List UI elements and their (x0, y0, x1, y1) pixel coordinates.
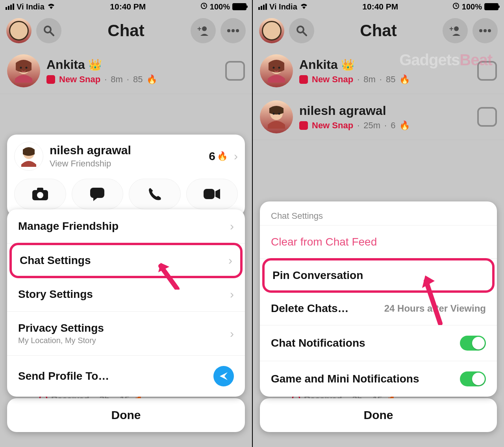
chevron-right-icon: › (234, 150, 238, 163)
camera-button[interactable] (14, 179, 66, 209)
svg-rect-15 (90, 188, 104, 198)
menu-story-settings[interactable]: Story Settings › (7, 277, 245, 312)
svg-rect-16 (204, 189, 215, 199)
streak-count: 6 (391, 120, 395, 131)
add-friend-button[interactable]: + (443, 18, 468, 43)
chat-time: 25m (363, 120, 380, 131)
signal-icon (258, 4, 267, 10)
chat-name: nilesh agrawal (299, 103, 386, 118)
search-button[interactable] (36, 18, 61, 43)
signal-icon (6, 4, 14, 10)
chat-settings-card: Chat Settings Clear from Chat Feed Pin C… (260, 201, 497, 397)
streak-count: 85 (133, 74, 143, 85)
svg-rect-13 (37, 188, 43, 191)
chat-icon[interactable] (477, 61, 497, 81)
video-button[interactable] (186, 179, 238, 209)
wifi-icon (47, 2, 56, 11)
new-snap-label: New Snap (59, 74, 100, 85)
svg-point-24 (488, 29, 491, 32)
send-icon (213, 366, 234, 386)
battery-icon (484, 3, 498, 10)
wifi-icon (300, 2, 308, 11)
crown-icon: 👑 (88, 58, 102, 71)
chat-name: Ankita (299, 57, 338, 72)
carrier-label: Vi India (269, 2, 297, 11)
menu-privacy-settings[interactable]: Privacy Settings My Location, My Story › (7, 312, 245, 356)
chevron-right-icon: › (230, 288, 234, 301)
menu-pin-conversation[interactable]: Pin Conversation (262, 258, 495, 293)
menu-delete-chats[interactable]: Delete Chats… 24 Hours after Viewing (260, 292, 497, 325)
svg-point-29 (273, 113, 275, 115)
battery-icon (232, 3, 246, 10)
chevron-right-icon: › (230, 327, 234, 340)
add-friend-button[interactable]: + (191, 18, 216, 43)
avatar (260, 54, 293, 87)
new-snap-icon (46, 75, 55, 84)
crown-icon: 👑 (341, 58, 355, 71)
svg-point-23 (484, 29, 487, 32)
chat-row-ankita[interactable]: Ankita👑 New Snap ·8m ·85🔥 (253, 48, 504, 94)
more-button[interactable] (220, 18, 246, 43)
chat-time: 8m (363, 74, 376, 85)
fire-icon: 🔥 (399, 74, 410, 85)
chevron-right-icon: › (228, 254, 232, 267)
menu-card: Manage Friendship › Chat Settings › Stor… (7, 209, 245, 397)
new-snap-icon (299, 121, 308, 130)
clock: 10:40 PM (110, 2, 146, 11)
new-snap-label: New Snap (312, 74, 353, 85)
svg-point-22 (479, 29, 482, 32)
status-bar: Vi India 10:40 PM 100% (253, 0, 504, 13)
chat-row-ankita[interactable]: Ankita👑 New Snap ·8m ·85🔥 (0, 48, 252, 94)
status-bar: Vi India 10:40 PM 100% (0, 0, 252, 13)
svg-point-10 (26, 67, 28, 69)
svg-line-19 (303, 32, 306, 35)
friend-sub: View Friendship (50, 159, 202, 169)
friend-header-row[interactable]: nilesh agrawal View Friendship 6🔥 › (14, 142, 238, 171)
menu-chat-settings[interactable]: Chat Settings › (9, 243, 243, 278)
chat-button[interactable] (72, 179, 124, 209)
avatar (7, 54, 40, 87)
friend-card: nilesh agrawal View Friendship 6🔥 › (7, 135, 245, 216)
call-button[interactable] (129, 179, 181, 209)
menu-game-notifications[interactable]: Game and Mini Notifications (260, 361, 497, 397)
menu-send-profile[interactable]: Send Profile To… (7, 356, 245, 397)
done-button[interactable]: Done (260, 398, 497, 432)
fire-icon: 🔥 (217, 151, 228, 161)
done-button[interactable]: Done (7, 398, 245, 432)
rotation-lock-icon (200, 2, 208, 11)
menu-chat-notifications[interactable]: Chat Notifications (260, 325, 497, 361)
svg-point-20 (454, 26, 459, 31)
chat-icon[interactable] (225, 61, 245, 81)
svg-point-3 (202, 26, 207, 31)
new-snap-label: New Snap (312, 120, 353, 131)
carrier-label: Vi India (17, 2, 44, 11)
menu-clear-chat-feed[interactable]: Clear from Chat Feed (260, 225, 497, 259)
action-sheet: Chat Settings Clear from Chat Feed Pin C… (253, 398, 504, 447)
svg-point-14 (37, 192, 43, 198)
search-button[interactable] (289, 18, 314, 43)
profile-avatar[interactable] (6, 18, 32, 43)
svg-point-5 (227, 29, 230, 32)
svg-point-26 (273, 67, 275, 69)
chat-time: 8m (111, 74, 123, 85)
chat-row-nilesh[interactable]: nilesh agrawal New Snap ·25m ·6🔥 (253, 94, 504, 140)
chevron-right-icon: › (230, 220, 234, 233)
menu-manage-friendship[interactable]: Manage Friendship › (7, 209, 245, 244)
streak-count: 85 (386, 74, 395, 85)
toggle-on[interactable] (460, 336, 486, 351)
toggle-on[interactable] (460, 371, 486, 386)
chat-icon[interactable] (477, 107, 497, 127)
chat-header: Chat + (253, 13, 504, 48)
battery-percent: 100% (462, 2, 482, 11)
svg-text:+: + (449, 25, 454, 33)
svg-point-30 (278, 113, 280, 115)
profile-avatar[interactable] (259, 18, 284, 43)
friend-name: nilesh agrawal (50, 144, 202, 157)
section-title: Chat Settings (260, 201, 497, 225)
rotation-lock-icon (452, 2, 460, 11)
svg-point-7 (236, 29, 239, 32)
header-title: Chat (319, 21, 438, 40)
more-button[interactable] (472, 18, 498, 43)
svg-point-6 (232, 29, 235, 32)
screen-left: Vi India 10:40 PM 100% Chat + Ank (0, 0, 252, 447)
